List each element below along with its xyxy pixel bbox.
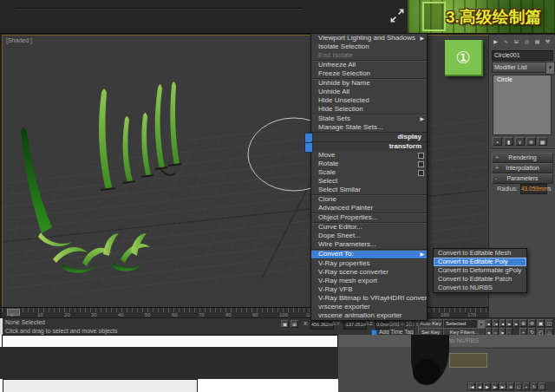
application-window: 3.高级绘制篇 [Shaded ] <box>0 0 555 392</box>
next-frame-icon[interactable]: ▶ <box>513 319 519 327</box>
submenu-arrow-icon: ▶ <box>420 114 424 123</box>
rollout-rendering[interactable]: + Rendering <box>492 153 553 163</box>
key-mode-toggle-icon[interactable]: ◆ <box>486 319 492 327</box>
menu-item[interactable]: Hide Selection <box>311 105 427 114</box>
menu-item[interactable]: Move <box>311 151 427 160</box>
menu-item[interactable]: Clone <box>311 194 427 204</box>
previous-frame-icon[interactable]: ◀ <box>500 319 506 327</box>
menu-item[interactable]: Unhide All <box>311 88 427 96</box>
go-to-end-icon[interactable]: ▶| <box>500 382 506 390</box>
menu-item[interactable]: Convert To:▶ <box>311 249 427 258</box>
submenu-item[interactable]: Convert to Editable Poly <box>434 258 526 266</box>
menu-item[interactable]: V-Ray properties <box>311 258 427 268</box>
display-tab-icon[interactable]: ▤ <box>533 38 541 46</box>
menu-item[interactable]: Curve Editor... <box>311 222 427 232</box>
menu-item[interactable]: Hide Unselected <box>311 96 427 105</box>
menu-item-label: Convert to NURBS <box>438 284 493 291</box>
settings-box-icon[interactable] <box>418 170 424 176</box>
zoom-region-icon[interactable]: ◱ <box>545 319 553 327</box>
orbit-icon[interactable]: ↻ <box>531 382 538 390</box>
prompt-line: Click and drag to select and move object… <box>5 328 118 334</box>
menu-item[interactable]: Scale <box>311 168 427 177</box>
divider <box>486 348 555 349</box>
menu-item[interactable]: V-Ray mesh export <box>311 277 427 285</box>
menu-item[interactable]: Advanced Painter <box>311 204 427 212</box>
make-unique-icon[interactable]: ∨ <box>515 137 525 146</box>
menu-item[interactable]: State Sets▶ <box>311 114 427 123</box>
settings-box-icon[interactable] <box>418 161 424 167</box>
show-end-result-icon[interactable]: ▮ <box>504 137 513 146</box>
configure-modifier-sets-icon[interactable]: ▦ <box>538 137 547 146</box>
zoom-all-icon[interactable]: ⊛ <box>528 319 536 327</box>
play-animation-icon[interactable]: ▶ <box>506 319 513 327</box>
submenu-item[interactable]: Convert to NURBS <box>434 284 526 292</box>
pan-icon[interactable]: + <box>523 382 530 390</box>
menu-item-label: transform <box>389 142 421 150</box>
chevron-down-icon[interactable]: ▼ <box>545 62 555 75</box>
zoom-icon[interactable]: ⊕ <box>507 382 514 390</box>
radius-field[interactable]: 43.059mm <box>520 184 547 194</box>
utilities-tab-icon[interactable]: ⚒ <box>544 38 552 46</box>
pin-stack-icon[interactable]: ▪ <box>493 137 502 146</box>
submenu-item[interactable]: Convert to Editable Mesh <box>434 249 526 258</box>
banner-selection-frame <box>422 2 446 31</box>
menu-header: transform <box>311 141 427 151</box>
go-to-start-icon[interactable]: |◀ <box>493 319 499 327</box>
maximize-toggle-icon[interactable] <box>388 7 406 24</box>
go-to-start-icon[interactable]: |◀ <box>468 382 475 390</box>
menu-item[interactable]: V-Ray scene converter <box>311 268 427 277</box>
time-slider-handle[interactable] <box>7 309 20 316</box>
menu-item[interactable]: Unfreeze All <box>311 60 427 69</box>
modifier-stack[interactable]: Circle <box>493 75 552 135</box>
menu-item-label: Wire Parameters... <box>318 240 376 248</box>
menu-item[interactable]: Unhide by Name <box>311 78 427 88</box>
y-coord-field[interactable]: -137.051mm <box>343 320 367 330</box>
object-name-field[interactable]: Circle001 <box>492 50 553 61</box>
rollout-interpolation[interactable]: + Interpolation <box>492 163 553 173</box>
absolute-mode-icon[interactable]: ⊞ <box>291 320 298 328</box>
zoom-extents-selected-icon[interactable]: ▣ <box>537 319 545 327</box>
submenu-arrow-icon: ▶ <box>420 250 424 258</box>
submenu-item[interactable]: Convert to Deformable gPoly <box>434 266 526 275</box>
motion-tab-icon[interactable]: ◎ <box>523 38 531 46</box>
menu-item[interactable]: Dope Sheet... <box>311 232 427 240</box>
next-frame-icon[interactable]: ▶ <box>492 382 499 390</box>
menu-item[interactable]: Select <box>311 177 427 186</box>
rollout-state-icon: + <box>495 164 499 173</box>
menu-item[interactable]: End Isolate <box>311 51 427 60</box>
remove-modifier-icon[interactable]: ⊗ <box>526 137 536 146</box>
menu-item[interactable]: Wire Parameters... <box>311 240 427 249</box>
menu-item[interactable]: vrscene animation exporter <box>311 311 427 320</box>
maxscript-mini-listener[interactable] <box>0 318 3 336</box>
modify-tab-icon[interactable]: ∿ <box>502 38 510 46</box>
menu-item[interactable]: vrscene exporter <box>311 303 427 311</box>
modifier-stack-entry[interactable]: Circle <box>493 75 551 83</box>
create-tab-icon[interactable]: ▶ <box>492 38 500 46</box>
menu-item[interactable]: Viewport Lighting and Shadows▶ <box>311 34 427 42</box>
modifier-list-dropdown[interactable]: Modifier List <box>492 62 547 73</box>
settings-box-icon[interactable] <box>418 153 424 159</box>
viewport-shading-label[interactable]: [Shaded ] <box>6 37 32 43</box>
add-time-tag[interactable]: Add Time Tag <box>379 329 414 335</box>
menu-item[interactable]: V-Ray Bitmap to VRayHDRI converter <box>311 294 427 303</box>
menu-item[interactable]: Select Similar <box>311 186 427 194</box>
menu-item[interactable]: Freeze Selection <box>311 69 427 78</box>
play-animation-icon[interactable]: ▶ <box>484 382 491 390</box>
rollout-parameters[interactable]: - Parameters <box>492 173 553 184</box>
spinner-icon[interactable]: ⇅ <box>547 184 552 194</box>
menu-item[interactable]: Isolate Selection <box>311 42 427 51</box>
menu-item[interactable]: Manage State Sets... <box>311 123 427 132</box>
selection-lock-icon[interactable]: ▣ <box>281 320 289 328</box>
menu-item[interactable]: Rotate <box>311 160 427 168</box>
menu-item-label: Curve Editor... <box>318 223 362 231</box>
zoom-icon[interactable]: ⊕ <box>519 319 527 327</box>
menu-item[interactable]: Object Properties... <box>311 212 427 222</box>
submenu-item[interactable]: Convert to Editable Patch <box>434 275 526 284</box>
zoom-region-icon[interactable]: ◱ <box>515 382 522 390</box>
blank-box <box>3 379 198 392</box>
hierarchy-tab-icon[interactable]: ⊟ <box>513 38 520 46</box>
previous-frame-icon[interactable]: ◀ <box>476 382 483 390</box>
x-coord-field[interactable]: 456.362mm <box>310 320 334 330</box>
maximize-viewport-icon[interactable]: ◰ <box>539 382 545 390</box>
menu-item[interactable]: V-Ray VFB <box>311 285 427 294</box>
